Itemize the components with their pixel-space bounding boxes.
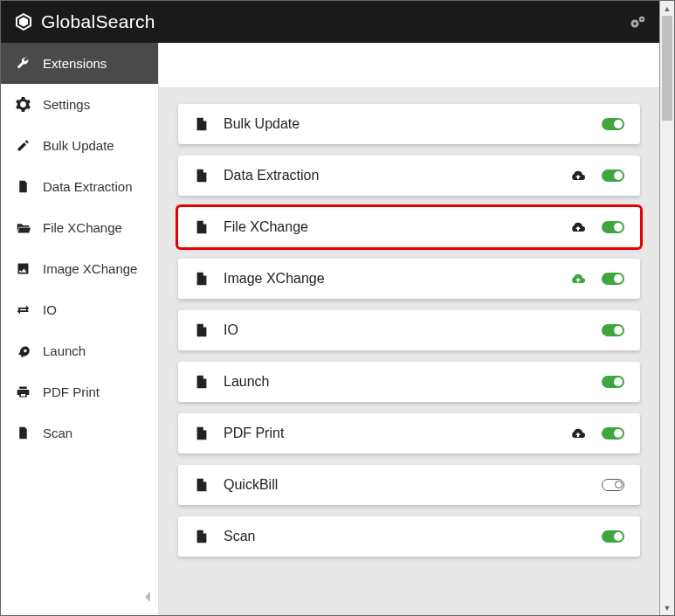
- folder-open-icon: [15, 220, 31, 235]
- enable-toggle[interactable]: [602, 530, 624, 543]
- document-icon: [194, 374, 210, 390]
- enable-toggle[interactable]: [602, 324, 624, 336]
- settings-gears-icon[interactable]: [630, 15, 647, 29]
- enable-toggle[interactable]: [602, 479, 624, 491]
- body: ExtensionsSettingsBulk UpdateData Extrac…: [1, 43, 659, 615]
- arrows-icon: [15, 302, 31, 317]
- document-icon: [194, 322, 210, 338]
- image-icon: [15, 261, 31, 276]
- scan-icon: [15, 426, 31, 440]
- document-icon: [194, 477, 210, 493]
- sidebar-item-pdf-print[interactable]: PDF Print: [1, 371, 158, 412]
- scrollbar-track[interactable]: [660, 16, 674, 600]
- enable-toggle[interactable]: [602, 427, 624, 440]
- cloud-download-icon[interactable]: [568, 426, 586, 440]
- extension-list: Bulk UpdateData ExtractionFile XChangeIm…: [178, 104, 640, 557]
- sidebar-item-label: Scan: [43, 426, 72, 440]
- app-window: GlobalSearch ExtensionsSettingsBulk Upda…: [1, 1, 660, 615]
- extension-card-pdf-print[interactable]: PDF Print: [178, 413, 640, 453]
- rocket-icon: [15, 343, 31, 358]
- print-icon: [15, 384, 31, 399]
- sidebar-item-image-xchange[interactable]: Image XChange: [1, 248, 158, 289]
- cloud-download-icon[interactable]: [568, 169, 586, 183]
- extension-label: File XChange: [224, 219, 554, 235]
- sidebar-item-label: Bulk Update: [43, 138, 114, 153]
- document-icon: [194, 271, 210, 287]
- sidebar-item-label: Image XChange: [43, 261, 137, 276]
- extension-label: Launch: [224, 374, 588, 390]
- extension-card-file-xchange[interactable]: File XChange: [178, 207, 640, 247]
- sidebar-item-settings[interactable]: Settings: [1, 84, 158, 125]
- document-icon: [194, 426, 210, 441]
- brand-logo-icon: [13, 11, 34, 32]
- cloud-download-icon[interactable]: [568, 220, 586, 234]
- extension-label: PDF Print: [224, 426, 554, 441]
- sidebar-item-label: Launch: [43, 343, 86, 358]
- extension-label: Data Extraction: [224, 168, 554, 183]
- sidebar-item-file-xchange[interactable]: File XChange: [1, 207, 158, 248]
- extension-label: Bulk Update: [224, 116, 588, 132]
- document-icon: [194, 529, 210, 544]
- scrollbar-thumb[interactable]: [662, 16, 672, 121]
- extension-card-io[interactable]: IO: [178, 310, 640, 350]
- svg-point-1: [633, 22, 636, 24]
- sidebar-item-label: Data Extraction: [43, 179, 133, 194]
- enable-toggle[interactable]: [602, 221, 624, 233]
- main-header: [159, 43, 659, 88]
- file-lines-icon: [15, 179, 31, 194]
- sidebar-item-extensions[interactable]: Extensions: [1, 43, 158, 84]
- enable-toggle[interactable]: [602, 273, 624, 285]
- sidebar-item-label: IO: [43, 302, 57, 317]
- document-icon: [194, 168, 210, 183]
- enable-toggle[interactable]: [602, 118, 624, 130]
- extension-card-quickbill[interactable]: QuickBill: [178, 465, 640, 505]
- main-panel: Bulk UpdateData ExtractionFile XChangeIm…: [159, 43, 659, 615]
- enable-toggle[interactable]: [602, 376, 624, 388]
- sidebar-item-label: PDF Print: [43, 384, 100, 399]
- extension-card-data-extraction[interactable]: Data Extraction: [178, 156, 640, 196]
- sidebar-item-scan[interactable]: Scan: [1, 412, 158, 453]
- extension-card-launch[interactable]: Launch: [178, 362, 640, 402]
- brand-name: GlobalSearch: [41, 11, 155, 32]
- edit-icon: [15, 138, 31, 153]
- sidebar-item-data-extraction[interactable]: Data Extraction: [1, 166, 158, 207]
- extension-label: IO: [224, 322, 588, 338]
- sidebar-item-label: File XChange: [43, 220, 122, 235]
- sidebar-item-label: Extensions: [43, 56, 107, 71]
- brand[interactable]: GlobalSearch: [13, 11, 155, 32]
- topbar: GlobalSearch: [1, 1, 659, 43]
- sidebar-item-launch[interactable]: Launch: [1, 330, 158, 371]
- enable-toggle[interactable]: [602, 170, 624, 182]
- wrench-icon: [15, 56, 31, 71]
- document-icon: [194, 219, 210, 235]
- window-scrollbar[interactable]: ▲ ▼: [659, 1, 674, 615]
- document-icon: [194, 116, 210, 132]
- svg-point-3: [641, 18, 643, 20]
- extension-label: QuickBill: [224, 477, 588, 493]
- sidebar-item-label: Settings: [43, 97, 90, 112]
- extension-card-bulk-update[interactable]: Bulk Update: [178, 104, 640, 144]
- cloud-download-icon[interactable]: [568, 272, 586, 286]
- sidebar: ExtensionsSettingsBulk UpdateData Extrac…: [1, 43, 159, 615]
- scroll-up-button[interactable]: ▲: [660, 1, 674, 16]
- gear-icon: [15, 97, 31, 112]
- sidebar-collapse-chevron-icon[interactable]: [142, 591, 153, 603]
- extension-card-scan[interactable]: Scan: [178, 516, 640, 557]
- extension-card-image-xchange[interactable]: Image XChange: [178, 259, 640, 299]
- extension-label: Scan: [224, 529, 588, 544]
- scroll-down-button[interactable]: ▼: [660, 600, 674, 615]
- sidebar-item-io[interactable]: IO: [1, 289, 158, 330]
- sidebar-item-bulk-update[interactable]: Bulk Update: [1, 125, 158, 166]
- extension-label: Image XChange: [224, 271, 554, 287]
